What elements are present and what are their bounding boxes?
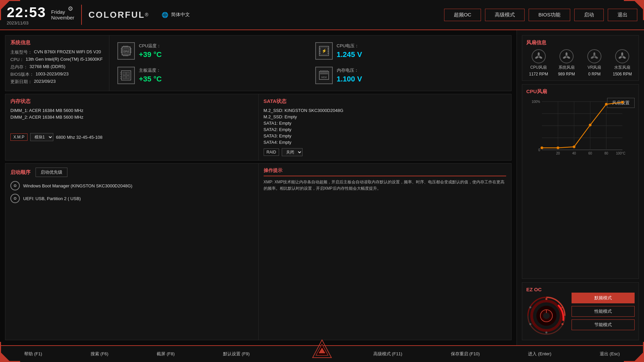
svg-point-52 [538,52,540,56]
cpu-volt-icon: ⚡ [315,42,333,60]
board-value: CVN B760I FROZEN WIFI D5 V20 [34,49,101,55]
volt-icon-svg: ⚡ [319,46,329,56]
bottom-exit[interactable]: 退出 (Esc) [600,351,620,357]
oc-button[interactable]: 超频OC [444,9,481,21]
mem-volt-icon: MEM [315,67,333,84]
logo-text: COLORFUL [89,10,145,20]
svg-rect-43 [326,72,328,74]
raid-select[interactable]: 关闭 [282,148,303,156]
xmp-row: X.M.P 模块1 6800 Mhz 32-45-45-108 [10,133,253,141]
svg-point-90 [573,145,576,148]
module-select[interactable]: 模块1 [30,133,53,141]
mem-volt-card: MEM 内存电压： 1.100 V [311,64,507,87]
ezoc-title: EZ OC [526,287,567,292]
cpu-volt-value: 1.245 V [337,50,362,59]
bottom-exit-label: 退出 (Esc) [600,351,620,357]
sensor-grid: CPU [109,36,511,91]
boot-title: 启动顺序 [10,169,31,176]
svg-point-88 [541,146,543,149]
xmp-badge: X.M.P [10,133,28,141]
svg-text:⚡: ⚡ [321,48,326,53]
boot-disk-inner-1 [14,197,16,200]
bottom-enter[interactable]: 进入 (Enter) [528,351,551,357]
svg-point-55 [538,56,539,57]
left-panel: 系统信息 主板型号： CVN B760I FROZEN WIFI D5 V20 … [0,30,517,345]
ezoc-default-btn[interactable]: 默频模式 [572,293,635,303]
cpu-temp-card: CPU [113,40,310,62]
fan-name-0: CPU风扇 [530,65,547,70]
bottom-advanced-label: 高级模式 (F11) [373,351,402,357]
fan-info-title: 风扇信息 [526,40,635,46]
mem-volt-label: 内存电压： [337,67,362,73]
mem-volt-info: 内存电压： 1.100 V [337,67,362,83]
dimm1-row: DIMM_1: ACER 16384 MB 5600 MHz [10,108,253,113]
cpu-fan-header: CPU风扇 [526,88,635,95]
svg-point-92 [605,103,608,106]
ezoc-power-save-btn[interactable]: 节能模式 [572,319,635,330]
svg-rect-42 [324,72,326,74]
date-display: 2023/11/03 [7,20,46,25]
bottom-advanced[interactable]: 高级模式 (F11) [373,351,402,357]
boot-disk-icon-1 [10,194,20,203]
boot-priority-btn[interactable]: 启动优先级 [36,168,67,177]
bios-button[interactable]: BIOS功能 [529,9,570,21]
lang-selector[interactable]: 🌐 简体中文 [162,12,190,18]
fan-chart-svg: 100% 0 20 40 60 80 100°C [526,98,635,159]
boot-item-1: UEFI: USB, Partition 2 ( USB) [10,194,253,203]
cpu-icon-svg: CPU [120,45,132,57]
ram-value: 32768 MB (DDR5) [30,64,65,70]
cpu-row: CPU： 13th Gen Intel(R) Core(TM) i5-13600… [10,57,104,63]
logo-reg: ® [145,12,148,17]
svg-point-65 [594,56,595,57]
bottom-save[interactable]: 保存重启 (F10) [451,351,480,357]
month-name: November [51,15,74,20]
sysinfo-row: 系统信息 主板型号： CVN B760I FROZEN WIFI D5 V20 … [5,35,512,91]
dimm2-row: DIMM_2: ACER 16384 MB 5600 MHz [10,115,253,120]
mem-volt-value: 1.100 V [337,75,362,83]
bottom-enter-label: 进入 (Enter) [528,351,551,357]
cpu-temp-info: CPU温度： +39 °C [139,43,162,59]
boot-button[interactable]: 启动 [574,9,604,21]
bottom-help[interactable]: 帮助 (F1) [24,351,42,357]
boot-operation-row: 启动顺序 启动优先级 Windows Boot Manager (KINGSTO… [5,163,512,340]
main-content: 系统信息 主板型号： CVN B760I FROZEN WIFI D5 V20 … [0,30,644,345]
svg-rect-31 [123,72,126,75]
ezoc-performance-btn[interactable]: 性能模式 [572,306,635,317]
svg-rect-40 [320,72,322,74]
svg-point-98 [543,312,550,319]
memory-title: 内存状态 [10,98,253,105]
raid-label: RAID [264,148,279,156]
ram-label: 总内存： [10,64,28,70]
svg-rect-41 [322,72,324,74]
bios-label: BIOS版本： [10,71,34,77]
boot-item-label-1: UEFI: USB, Partition 2 ( USB) [23,196,81,201]
hint-text: XMP: XMP技术能让内存条自动超频，开启后主板会自动读取内存默认的设置，频率… [264,179,506,192]
advanced-mode-button[interactable]: 高级模式 [485,9,525,21]
gear-icon[interactable]: ⚙ [68,5,73,12]
tri-bl [1,353,9,361]
bottom-search[interactable]: 搜索 (F6) [91,351,108,357]
memory-sata-row: 内存状态 DIMM_1: ACER 16384 MB 5600 MHz DIMM… [5,94,512,161]
svg-point-89 [557,146,559,149]
sata-item-5: SATA4: Empty [264,140,506,145]
cpu-volt-info: CPU电压： 1.245 V [337,43,362,59]
logo-section: COLORFUL® [89,10,149,20]
fan-rpm-3: 1506 RPM [613,72,632,76]
bottom-default[interactable]: 默认设置 (F9) [223,351,250,357]
svg-point-93 [621,101,624,104]
boot-item-label-0: Windows Boot Manager (KINGSTON SKC3000D2… [23,183,132,188]
fan-icon-1 [559,49,574,63]
svg-rect-33 [123,76,126,79]
fan-name-2: VR风扇 [588,65,601,70]
ezoc-section: EZ OC [522,282,639,340]
sata-item-2: SATA1: Empty [264,121,506,126]
sata-item-1: M.2_SSD: Empty [264,114,506,119]
svg-point-57 [566,52,568,56]
bottom-screenshot[interactable]: 截屏 (F8) [157,351,174,357]
header: ⚙ 22:53 2023/11/03 Friday November COLOR… [0,0,644,30]
fan-rpm-2: 0 RPM [588,72,601,76]
hint-title: 操作提示 [264,168,506,176]
ezoc-dial [526,296,567,336]
boot-disk-icon-0 [10,181,20,190]
update-row: 更新日期： 2023/09/23 [10,79,104,85]
